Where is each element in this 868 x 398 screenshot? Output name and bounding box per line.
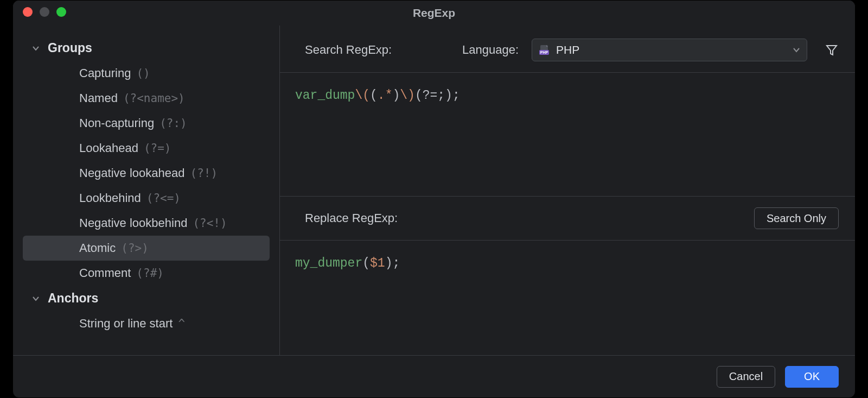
sidebar-item-label: Comment bbox=[79, 266, 131, 280]
sidebar-item-negative-lookahead[interactable]: Negative lookahead (?!) bbox=[23, 161, 270, 186]
sidebar-item-lookbehind[interactable]: Lookbehind (?<=) bbox=[23, 186, 270, 211]
window-title: RegExp bbox=[13, 7, 855, 20]
sidebar-item-symbol: (?#) bbox=[136, 267, 164, 280]
sidebar-item-label: Lookahead bbox=[79, 141, 138, 155]
sidebar-item-symbol: (?=) bbox=[144, 142, 171, 155]
sidebar-item-comment[interactable]: Comment (?#) bbox=[23, 261, 270, 286]
search-only-button[interactable]: Search Only bbox=[754, 207, 839, 229]
sidebar-section-title: Anchors bbox=[48, 291, 98, 306]
sidebar-section-title: Groups bbox=[48, 41, 92, 55]
replace-regexp-input[interactable]: my_dumper($1); bbox=[280, 240, 855, 355]
minimize-window-button[interactable] bbox=[40, 7, 49, 17]
sidebar-item-symbol: (?>) bbox=[121, 242, 149, 255]
search-regexp-label: Search RegExp: bbox=[305, 43, 392, 57]
sidebar-item-label: Named bbox=[79, 91, 118, 105]
sidebar-item-symbol: () bbox=[136, 67, 150, 80]
close-window-button[interactable] bbox=[23, 7, 33, 17]
sidebar-item-label: Negative lookbehind bbox=[79, 216, 187, 230]
sidebar-item-negative-lookbehind[interactable]: Negative lookbehind (?<!) bbox=[23, 211, 270, 236]
sidebar-item-atomic[interactable]: Atomic (?>) bbox=[23, 236, 270, 261]
main-header: Search RegExp: Language: PHP PHP bbox=[280, 26, 855, 72]
chevron-down-icon bbox=[31, 44, 40, 53]
sidebar-item-capturing[interactable]: Capturing () bbox=[23, 61, 270, 86]
window-controls bbox=[23, 7, 66, 17]
titlebar: RegExp bbox=[13, 1, 855, 26]
regexp-dialog: RegExp Groups Capturing () Named (?<name… bbox=[12, 0, 856, 398]
sidebar-item-non-capturing[interactable]: Non-capturing (?:) bbox=[23, 111, 270, 136]
sidebar-section-anchors[interactable]: Anchors bbox=[13, 286, 279, 311]
sidebar-item-symbol: (?<!) bbox=[193, 217, 227, 230]
sidebar-item-label: Negative lookahead bbox=[79, 166, 184, 180]
chevron-down-icon bbox=[793, 43, 800, 56]
replace-header: Replace RegExp: Search Only bbox=[280, 196, 855, 240]
svg-text:PHP: PHP bbox=[540, 50, 548, 54]
sidebar-section-groups[interactable]: Groups bbox=[13, 35, 279, 61]
dialog-footer: Cancel OK bbox=[13, 355, 855, 397]
cancel-button[interactable]: Cancel bbox=[717, 366, 775, 388]
chevron-down-icon bbox=[31, 294, 40, 303]
language-label: Language: bbox=[462, 43, 519, 57]
sidebar-item-string-start[interactable]: String or line start ^ bbox=[23, 311, 270, 336]
replace-regexp-label: Replace RegExp: bbox=[305, 211, 398, 225]
ok-button[interactable]: OK bbox=[785, 366, 839, 388]
sidebar-item-label: String or line start bbox=[79, 317, 173, 331]
language-select[interactable]: PHP PHP bbox=[532, 39, 807, 61]
sidebar-item-label: Non-capturing bbox=[79, 116, 154, 130]
zoom-window-button[interactable] bbox=[56, 7, 66, 17]
sidebar-item-label: Lookbehind bbox=[79, 191, 141, 205]
sidebar-item-symbol: (?!) bbox=[190, 167, 218, 180]
regex-reference-sidebar: Groups Capturing () Named (?<name>) Non-… bbox=[13, 26, 280, 355]
language-value: PHP bbox=[556, 43, 787, 56]
sidebar-item-symbol: ^ bbox=[178, 317, 185, 330]
sidebar-item-symbol: (?:) bbox=[159, 117, 187, 130]
search-regexp-input[interactable]: var_dump\((.*)\)(?=;); bbox=[280, 72, 855, 196]
sidebar-item-lookahead[interactable]: Lookahead (?=) bbox=[23, 136, 270, 161]
sidebar-item-label: Capturing bbox=[79, 66, 131, 80]
filter-icon[interactable] bbox=[825, 43, 839, 57]
sidebar-item-symbol: (?<name>) bbox=[123, 92, 185, 105]
sidebar-item-label: Atomic bbox=[79, 241, 116, 255]
php-file-icon: PHP bbox=[539, 44, 551, 56]
sidebar-item-named[interactable]: Named (?<name>) bbox=[23, 86, 270, 111]
sidebar-item-symbol: (?<=) bbox=[146, 192, 181, 205]
